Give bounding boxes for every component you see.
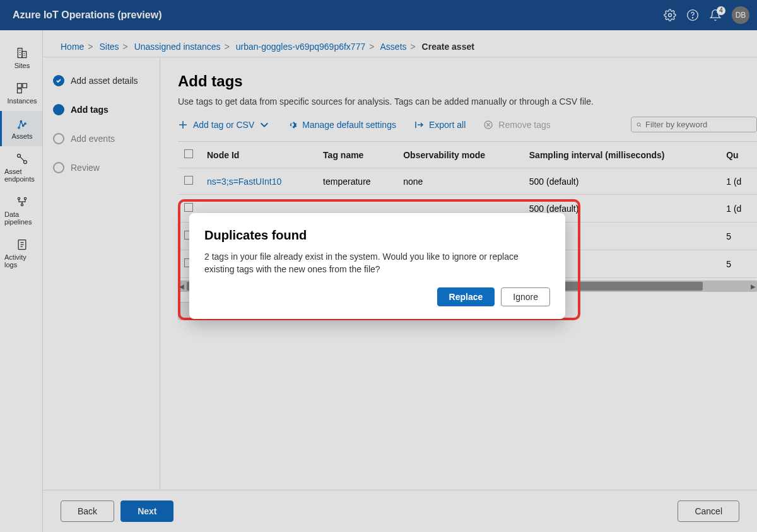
filter-input-wrap[interactable] [631,117,757,132]
step-review[interactable]: Review [53,162,150,173]
rail-asset-endpoints[interactable]: Asset endpoints [0,146,42,189]
interval-cell: 500 (default) [523,168,720,195]
plus-icon [178,120,188,130]
notifications-badge: 4 [717,6,725,15]
svg-point-19 [637,123,640,126]
rail-data-pipelines[interactable]: Data pipelines [0,189,42,232]
wizard-steps: Add asset details Add tags Add events Re… [43,57,160,490]
svg-point-0 [669,14,672,17]
dialog-title: Duplicates found [204,228,550,243]
rail-instances[interactable]: Instances [0,76,42,111]
col-observability[interactable]: Observability mode [397,142,523,168]
remove-icon [483,120,493,130]
svg-rect-4 [22,52,26,58]
top-header: Azure IoT Operations (preview) 4 DB [0,0,757,30]
replace-button[interactable]: Replace [437,287,495,306]
endpoints-icon [16,153,28,165]
add-tag-button[interactable]: Add tag or CSV [178,120,269,130]
assets-icon [16,117,28,130]
rail-sites[interactable]: Sites [0,40,42,76]
col-sampling-interval[interactable]: Sampling interval (milliseconds) [523,142,720,168]
col-node-id[interactable]: Node Id [201,142,317,168]
manage-defaults-button[interactable]: Manage default settings [287,120,396,130]
page-description: Use tags to get data from specific sourc… [178,96,757,107]
export-all-button[interactable]: Export all [414,120,466,130]
svg-rect-7 [18,89,22,93]
queue-cell: 5 [720,250,757,278]
crumb-home[interactable]: Home [61,42,84,52]
svg-point-2 [693,18,693,18]
row-checkbox[interactable] [184,176,193,185]
col-tag-name[interactable]: Tag name [317,142,397,168]
help-icon[interactable] [686,9,699,21]
ignore-button[interactable]: Ignore [501,287,550,306]
crumb-unassigned[interactable]: Unassigned instances [134,42,221,52]
back-button[interactable]: Back [61,500,114,522]
queue-cell: 1 (d [720,168,757,195]
tag-cell: temperature [317,168,397,195]
wizard-footer: Back Next Cancel [43,490,757,532]
remove-tags-button: Remove tags [483,120,550,130]
node-cell[interactable]: ns=3;s=FastUInt10 [207,176,281,187]
next-button[interactable]: Next [120,500,173,522]
duplicates-dialog: Duplicates found 2 tags in your file alr… [189,213,565,319]
nav-rail: Sites Instances Assets Asset endpoints D… [0,30,43,532]
rail-activity-logs[interactable]: Activity logs [0,232,42,275]
row-checkbox[interactable] [184,203,193,212]
svg-rect-6 [23,84,27,88]
obs-cell: none [397,168,523,195]
toolbar: Add tag or CSV Manage default settings E… [178,117,757,142]
logs-icon [16,238,28,251]
cancel-button[interactable]: Cancel [678,500,739,522]
building-icon [16,47,28,59]
dialog-body: 2 tags in your file already exist in the… [204,250,550,276]
gear-icon [287,120,297,130]
svg-rect-5 [18,84,22,88]
queue-cell: 5 [720,223,757,250]
page-title: Add tags [178,72,757,90]
export-icon [414,120,424,130]
settings-icon[interactable] [664,9,676,21]
instances-icon [16,82,28,95]
step-add-events[interactable]: Add events [53,133,150,144]
svg-point-14 [18,197,20,199]
breadcrumb: Home> Sites> Unassigned instances> urban… [43,30,757,57]
select-all-checkbox[interactable] [184,149,193,158]
app-title: Azure IoT Operations (preview) [13,9,161,21]
queue-cell: 1 (d [720,195,757,223]
filter-input[interactable] [645,120,751,129]
step-add-tags[interactable]: Add tags [53,104,150,115]
chevron-down-icon [259,120,269,130]
col-queue[interactable]: Qu [720,142,757,168]
svg-point-15 [24,197,26,199]
svg-point-16 [21,204,23,205]
step-asset-details[interactable]: Add asset details [53,75,150,86]
notifications-icon[interactable]: 4 [709,9,722,21]
svg-rect-3 [18,49,22,58]
svg-point-8 [18,127,20,129]
pipelines-icon [16,195,28,208]
table-row[interactable]: ns=3;s=FastUInt10 temperature none 500 (… [178,168,757,195]
scroll-left-icon[interactable]: ◀ [179,283,184,290]
avatar[interactable]: DB [732,6,749,24]
crumb-sites[interactable]: Sites [99,42,119,52]
scroll-right-icon[interactable]: ▶ [751,283,756,290]
rail-assets[interactable]: Assets [0,111,42,146]
crumb-current: Create asset [422,42,474,52]
crumb-assets[interactable]: Assets [380,42,407,52]
crumb-instance[interactable]: urban-goggles-v69pq969p6fx777 [236,42,366,52]
search-icon [637,120,642,129]
